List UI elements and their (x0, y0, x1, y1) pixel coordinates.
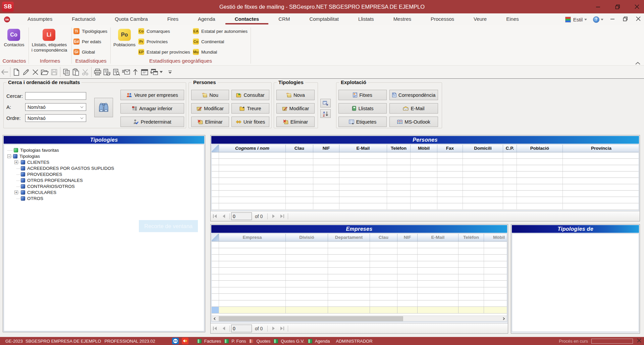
style-swatch-icon[interactable] (565, 17, 571, 22)
connector-app-icon[interactable] (182, 338, 189, 344)
column-header[interactable]: Cognoms i nom (219, 145, 286, 152)
delete-icon[interactable] (31, 68, 40, 76)
child-close-icon[interactable] (636, 16, 641, 22)
tree-item[interactable]: OTROS PROFESIONALES (4, 178, 204, 184)
persones-treure-button[interactable]: Treure (231, 103, 269, 114)
table-row[interactable] (212, 171, 639, 178)
column-header[interactable]: Divisió (286, 234, 328, 241)
etiquetes-button[interactable]: Etiquetes (338, 117, 387, 127)
search-button[interactable] (94, 98, 113, 117)
restore-icon[interactable] (614, 4, 621, 10)
table-row[interactable] (212, 178, 639, 184)
tree-item[interactable]: CONTRARIOS/OTROS (4, 184, 204, 190)
amagar-inferior-button[interactable]: Amagar inferior (120, 103, 184, 114)
table-row[interactable] (212, 268, 507, 274)
column-header[interactable]: Telèfon (387, 145, 411, 152)
prev-page-button[interactable] (219, 325, 228, 333)
cercar-input[interactable] (25, 92, 86, 100)
menu-item[interactable]: Contactes (229, 13, 265, 25)
contactos-caption[interactable]: Contactos (1, 42, 28, 48)
tree-expander[interactable]: − (7, 154, 11, 158)
contactos-icon[interactable]: Co (7, 29, 20, 41)
tree-item[interactable]: OTROS (4, 196, 204, 202)
table-row[interactable] (212, 294, 507, 300)
status-module[interactable]: Agenda (308, 339, 330, 344)
scrollbar-thumb[interactable] (219, 316, 403, 321)
save-icon[interactable] (49, 68, 59, 76)
remote-support-icon[interactable] (172, 338, 179, 344)
tipologies-eliminar-button[interactable]: Eliminar (276, 117, 315, 127)
fitxes-button[interactable]: Fitxes (338, 90, 387, 100)
predeterminat-button[interactable]: Predeterminat (120, 117, 184, 127)
toolbar-overflow-icon[interactable] (166, 68, 174, 76)
edit-pencil-icon[interactable] (21, 68, 31, 76)
select-all-cell[interactable] (212, 234, 219, 241)
child-restore-icon[interactable] (623, 16, 628, 23)
poblacions-icon[interactable]: Po (118, 29, 131, 41)
table-row[interactable] (212, 197, 639, 203)
scroll-right-icon[interactable] (501, 316, 507, 322)
page-number-input[interactable] (231, 212, 252, 220)
minimize-icon[interactable] (594, 4, 602, 10)
informes-icon[interactable]: Li (43, 29, 55, 41)
print-form-icon[interactable] (102, 68, 112, 76)
menu-item[interactable]: Assumptes (22, 13, 58, 25)
tree-item[interactable]: ACREEDORES POR GASTOS SUPLIDOS (4, 165, 204, 171)
send-email-icon[interactable] (121, 68, 130, 76)
tree-item[interactable]: Tipologias favoritas (4, 147, 204, 153)
table-row[interactable] (212, 274, 507, 281)
select-all-cell[interactable] (212, 145, 219, 152)
ribbon-item[interactable]: EP Estatal per províncies (138, 49, 190, 55)
persones-unir-button[interactable]: Unir fitxes (231, 117, 269, 127)
table-row[interactable] (212, 261, 507, 268)
new-document-icon[interactable] (12, 68, 21, 76)
ribbon-item[interactable]: Gl Global (73, 49, 95, 55)
table-row[interactable] (212, 191, 639, 197)
help-caret-icon[interactable] (601, 19, 603, 20)
correspondencia-button[interactable]: Correspondència (389, 90, 438, 100)
tree-item[interactable]: + CIRCULARES (4, 190, 204, 196)
estil-label[interactable]: Estil (573, 17, 583, 22)
table-row[interactable] (212, 300, 507, 307)
cascade-caret-icon[interactable] (159, 68, 163, 76)
last-page-button[interactable] (278, 212, 286, 220)
column-header[interactable]: E-Mail (339, 145, 387, 152)
persones-eliminar-button[interactable]: Eliminar (191, 117, 229, 127)
open-folder-icon[interactable] (40, 68, 49, 76)
sort-az-button[interactable]: AZ (320, 109, 331, 118)
back-icon[interactable] (1, 68, 9, 76)
column-header[interactable]: Telèfon (459, 234, 484, 241)
column-header[interactable]: NIF (397, 234, 418, 241)
child-minimize-icon[interactable] (610, 16, 615, 22)
paste-icon[interactable] (71, 68, 80, 76)
column-header[interactable]: C.P. (503, 145, 517, 152)
column-header[interactable]: Mòbil (411, 145, 437, 152)
ribbon-item[interactable]: Co Continental (193, 39, 224, 45)
table-row[interactable] (212, 242, 507, 248)
persones-nou-button[interactable]: Nou (191, 90, 229, 100)
poblacions-caption[interactable]: Poblacions (111, 42, 138, 48)
status-module[interactable]: Quotes (249, 339, 270, 344)
menu-item[interactable]: Llistats (353, 13, 379, 25)
ribbon-item[interactable]: Pr Províncies (138, 39, 168, 45)
export-up-icon[interactable] (130, 68, 140, 76)
ribbon-item[interactable]: Co Comarques (138, 28, 170, 34)
column-header[interactable]: NIF (313, 145, 339, 152)
llistats-button[interactable]: Llistats (338, 103, 387, 114)
tree-item[interactable]: + CLIENTES (4, 159, 204, 165)
table-row[interactable] (212, 152, 639, 159)
a-combobox[interactable]: Nom/raó (25, 103, 86, 111)
email-button[interactable]: E-Mail (389, 103, 438, 114)
persones-consultar-button[interactable]: Consultar (231, 90, 269, 100)
ribbon-item[interactable]: Ti Tipològiques (73, 28, 107, 34)
ribbon-item[interactable]: Mu Mundial (193, 49, 217, 55)
status-module[interactable]: Factures (197, 339, 221, 344)
table-row[interactable] (212, 287, 507, 294)
table-row[interactable] (212, 184, 639, 191)
help-icon[interactable]: ? (593, 16, 599, 23)
menu-item[interactable]: Comptabilitat (304, 13, 344, 25)
last-page-button[interactable] (278, 325, 286, 333)
scroll-left-icon[interactable] (212, 316, 217, 322)
close-icon[interactable] (633, 4, 641, 10)
table-row[interactable] (212, 203, 639, 210)
